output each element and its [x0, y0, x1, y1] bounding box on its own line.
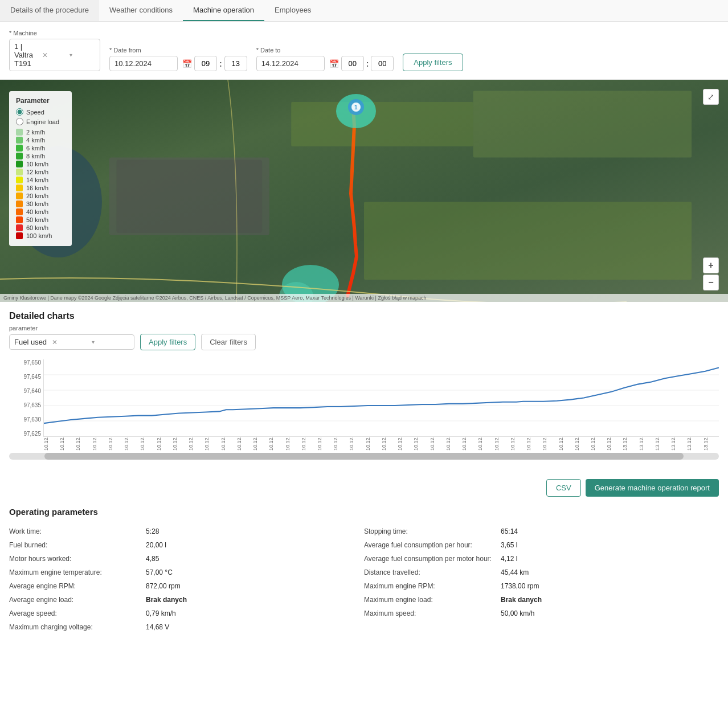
tab-details[interactable]: Details of the procedure	[0, 0, 99, 21]
action-bar: CSV Generate machine operation report	[0, 474, 728, 501]
chart-apply-button[interactable]: Apply filters	[140, 334, 195, 350]
report-button[interactable]: Generate machine operation report	[586, 479, 719, 497]
param-value: Brak danych	[501, 596, 542, 604]
chart-plot	[43, 359, 719, 437]
param-row: Motor hours worked: 4,85	[9, 552, 364, 566]
map-zoom-out-button[interactable]: −	[703, 275, 719, 290]
time-from-hour[interactable]	[194, 56, 217, 71]
x-label: 10.12.2024 10:46	[268, 437, 284, 451]
param-name: Maximum speed:	[364, 609, 501, 617]
map-legend: Parameter Speed Engine load 2 km/h4 km/h…	[9, 91, 72, 246]
param-value: 1738,00 rpm	[501, 582, 539, 590]
param-caret-icon[interactable]: ▾	[92, 339, 129, 345]
param-name: Maximum engine RPM:	[364, 582, 501, 590]
chart-scrollbar-thumb[interactable]	[44, 453, 683, 460]
svg-rect-5	[473, 91, 692, 158]
param-name: Maximum engine temperature:	[9, 568, 146, 576]
param-row: Maximum speed: 50,00 km/h	[364, 607, 719, 620]
legend-item: 16 km/h	[16, 185, 65, 191]
apply-filters-button[interactable]: Apply filters	[403, 54, 463, 71]
x-label: 10.12.2024 14:49	[445, 437, 461, 451]
param-row: Maximum engine temperature: 57,00 °C	[9, 566, 364, 579]
param-value: 3,65 l	[501, 541, 517, 549]
x-label: 10.12.2024 08:33	[461, 437, 477, 451]
legend-item: 6 km/h	[16, 145, 65, 152]
calendar-from-icon[interactable]: 📅	[182, 59, 192, 68]
y-label: 97,625	[23, 431, 41, 437]
date-to-label: * Date to	[256, 47, 394, 54]
tab-machine[interactable]: Machine operation	[183, 0, 264, 21]
legend-item: 10 km/h	[16, 161, 65, 167]
time-to-hour[interactable]	[341, 56, 364, 71]
map-fullscreen-button[interactable]: ⤢	[703, 89, 719, 105]
machine-label: * Machine	[9, 30, 100, 36]
x-label: 10.12.2024 08:54	[542, 437, 558, 451]
time-from-min[interactable]	[224, 56, 247, 71]
x-label: 10.12.2024 11:18	[413, 437, 429, 451]
param-row: Average engine load: Brak danych	[9, 593, 364, 607]
y-label: 97,635	[23, 402, 41, 408]
x-label: 10.12.2024 13:26	[430, 437, 445, 451]
map-zoom-in-button[interactable]: +	[703, 257, 719, 273]
param-row: Average speed: 0,79 km/h	[9, 607, 364, 620]
legend-items: 2 km/h4 km/h6 km/h8 km/h10 km/h12 km/h14…	[16, 129, 65, 239]
param-value: 0,79 km/h	[146, 609, 176, 617]
machine-caret-icon[interactable]: ▾	[69, 52, 95, 58]
line-chart	[44, 359, 719, 436]
time-to-min[interactable]	[371, 56, 394, 71]
map-attribution: Gminy Kłasitorowe | Dane mapy ©2024 Goog…	[0, 294, 728, 302]
legend-item: 20 km/h	[16, 193, 65, 199]
legend-item: 40 km/h	[16, 208, 65, 215]
x-label: 10.12.2024 08:55	[558, 437, 574, 451]
params-left-col: Work time: 5:28Fuel burned: 20,00 lMotor…	[9, 525, 364, 634]
x-label: 10.12.2024 08:56	[574, 437, 590, 451]
param-clear-icon[interactable]: ✕	[52, 338, 89, 346]
machine-select[interactable]: 1 | Valtra T191 ✕ ▾	[9, 39, 100, 71]
date-from-filter-group: * Date from 📅 :	[109, 47, 247, 71]
x-label: 10.12.2024 10:52	[285, 437, 301, 451]
param-value: Fuel used	[14, 338, 52, 346]
x-label: 10.12.2024 11:03	[381, 437, 397, 451]
x-label: 10.12.2024 08:53	[526, 437, 542, 451]
date-from-input[interactable]	[109, 56, 178, 71]
y-label: 97,645	[23, 374, 41, 380]
machine-clear-icon[interactable]: ✕	[42, 51, 68, 59]
param-value: 14,68 V	[146, 623, 169, 631]
param-name: Maximum engine load:	[364, 596, 501, 604]
tab-employees[interactable]: Employees	[264, 0, 321, 21]
date-to-input[interactable]	[256, 56, 325, 71]
x-label: 10.12.2024 13:28	[188, 437, 204, 451]
legend-item: 12 km/h	[16, 169, 65, 175]
x-label: 10.12.2024 13:17	[140, 437, 156, 451]
machine-filter-group: * Machine 1 | Valtra T191 ✕ ▾	[9, 30, 100, 71]
tab-weather[interactable]: Weather conditions	[99, 0, 183, 21]
chart-clear-button[interactable]: Clear filters	[201, 334, 256, 350]
x-label: 10.12.2024 09:01	[606, 437, 622, 451]
x-label: 10.12.2024 13:30	[204, 437, 220, 451]
chart-filters: Fuel used ✕ ▾ Apply filters Clear filter…	[9, 334, 719, 350]
x-label: 10.12.2024 12:33	[92, 437, 108, 451]
param-select[interactable]: Fuel used ✕ ▾	[9, 334, 134, 350]
x-label: 10.12.2024 13:33	[236, 437, 252, 451]
legend-item: 100 km/h	[16, 232, 65, 239]
legend-item: 4 km/h	[16, 137, 65, 144]
calendar-to-icon[interactable]: 📅	[329, 59, 339, 68]
param-value: 20,00 l	[146, 541, 166, 549]
machine-value: 1 | Valtra T191	[14, 42, 40, 68]
param-row: Maximum charging voltage: 14,68 V	[9, 620, 364, 634]
x-label: 10.12.2024 08:45	[477, 437, 493, 451]
x-label: 13.12.2024 09:22	[639, 437, 655, 451]
x-label: 10.12.2024 13:31	[220, 437, 236, 451]
csv-button[interactable]: CSV	[546, 479, 581, 497]
param-row: Maximum engine RPM: 1738,00 rpm	[364, 579, 719, 593]
x-label: 10.12.2024 08:50	[494, 437, 510, 451]
x-label: 13.12.2024 09:03	[622, 437, 638, 451]
x-label: 10.12.2024 13:21	[156, 437, 172, 451]
legend-speed-radio[interactable]: Speed	[16, 108, 65, 116]
svg-rect-6	[364, 202, 692, 280]
chart-wrapper: 97,65097,64597,64097,63597,63097,625 10.…	[9, 359, 719, 451]
chart-scrollbar[interactable]	[9, 453, 719, 460]
map-container: 1 Parameter Speed Engine load 2 km/h4 km…	[0, 80, 728, 302]
operating-params: Operating parameters Work time: 5:28Fuel…	[0, 501, 728, 648]
legend-engine-radio[interactable]: Engine load	[16, 118, 65, 125]
